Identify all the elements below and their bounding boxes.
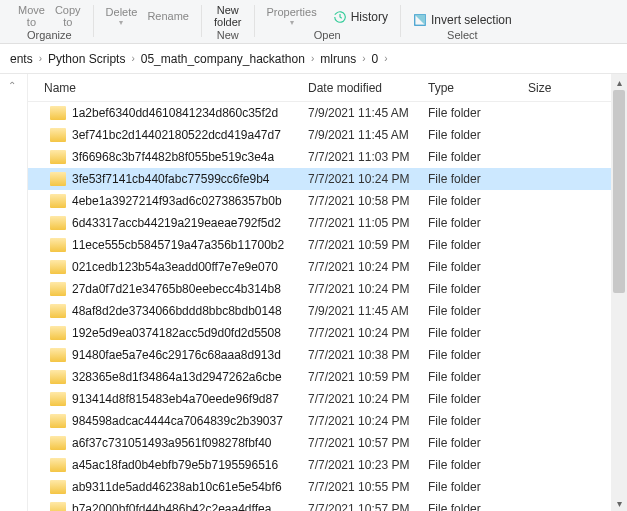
file-name: 91480fae5a7e46c29176c68aaa8d913d: [72, 348, 281, 362]
file-type: File folder: [428, 128, 528, 142]
file-type: File folder: [428, 150, 528, 164]
file-type: File folder: [428, 194, 528, 208]
file-name: 1a2bef6340dd4610841234d860c35f2d: [72, 106, 278, 120]
breadcrumb-item[interactable]: ents: [6, 52, 37, 66]
file-date: 7/7/2021 10:57 PM: [308, 436, 428, 450]
ribbon-move-to[interactable]: Move to: [18, 4, 45, 28]
label: to: [63, 16, 72, 28]
chevron-right-icon[interactable]: ›: [360, 53, 367, 64]
ribbon-history[interactable]: History: [333, 10, 388, 24]
label: History: [351, 10, 388, 24]
file-type: File folder: [428, 304, 528, 318]
ribbon-group-open: Open: [314, 29, 341, 41]
label: New: [217, 4, 239, 16]
ribbon-delete[interactable]: Delete ▾: [106, 6, 138, 27]
table-row[interactable]: 192e5d9ea0374182acc5d9d0fd2d55087/7/2021…: [28, 322, 627, 344]
folder-icon: [50, 370, 66, 384]
table-row[interactable]: 1a2bef6340dd4610841234d860c35f2d7/9/2021…: [28, 102, 627, 124]
folder-icon: [50, 128, 66, 142]
file-name: 3ef741bc2d14402180522dcd419a47d7: [72, 128, 281, 142]
breadcrumb-item[interactable]: 05_math_company_hackathon: [137, 52, 309, 66]
file-date: 7/7/2021 11:03 PM: [308, 150, 428, 164]
nav-pane: ⌃: [0, 74, 28, 511]
file-date: 7/7/2021 10:24 PM: [308, 414, 428, 428]
file-date: 7/7/2021 10:24 PM: [308, 392, 428, 406]
table-row[interactable]: 3ef741bc2d14402180522dcd419a47d77/9/2021…: [28, 124, 627, 146]
file-name: a6f37c731051493a9561f098278fbf40: [72, 436, 272, 450]
scroll-down-icon[interactable]: ▾: [611, 495, 627, 511]
table-row[interactable]: a45ac18fad0b4ebfb79e5b71955965167/7/2021…: [28, 454, 627, 476]
table-row[interactable]: 11ece555cb5845719a47a356b11700b27/7/2021…: [28, 234, 627, 256]
folder-icon: [50, 150, 66, 164]
folder-icon: [50, 480, 66, 494]
chevron-down-icon: ▾: [290, 18, 294, 27]
chevron-right-icon[interactable]: ›: [129, 53, 136, 64]
folder-icon: [50, 348, 66, 362]
folder-icon: [50, 260, 66, 274]
table-row[interactable]: 984598adcac4444ca7064839c2b390377/7/2021…: [28, 410, 627, 432]
table-row[interactable]: 3fe53f7141cb440fabc77599cc6fe9b47/7/2021…: [28, 168, 627, 190]
file-date: 7/7/2021 10:58 PM: [308, 194, 428, 208]
file-type: File folder: [428, 282, 528, 296]
file-name: 913414d8f815483eb4a70eede96f9d87: [72, 392, 279, 406]
invert-selection-icon: [413, 13, 427, 27]
table-row[interactable]: 6d43317accb44219a219eaeae792f5d27/7/2021…: [28, 212, 627, 234]
ribbon-new-folder[interactable]: New folder: [214, 4, 242, 28]
ribbon-properties[interactable]: Properties ▾: [267, 6, 317, 27]
column-date[interactable]: Date modified: [308, 81, 428, 95]
file-date: 7/7/2021 10:24 PM: [308, 260, 428, 274]
file-type: File folder: [428, 260, 528, 274]
chevron-right-icon[interactable]: ›: [309, 53, 316, 64]
file-list: Name Date modified Type Size 1a2bef6340d…: [28, 74, 627, 511]
file-name: 192e5d9ea0374182acc5d9d0fd2d5508: [72, 326, 281, 340]
column-headers: Name Date modified Type Size: [28, 74, 627, 102]
folder-icon: [50, 304, 66, 318]
vertical-scrollbar[interactable]: ▴ ▾: [611, 74, 627, 511]
table-row[interactable]: 3f66968c3b7f4482b8f055be519c3e4a7/7/2021…: [28, 146, 627, 168]
folder-icon: [50, 414, 66, 428]
file-name: 328365e8d1f34864a13d2947262a6cbe: [72, 370, 282, 384]
scroll-up-icon[interactable]: ▴: [611, 74, 627, 90]
table-row[interactable]: 328365e8d1f34864a13d2947262a6cbe7/7/2021…: [28, 366, 627, 388]
column-type[interactable]: Type: [428, 81, 528, 95]
table-row[interactable]: 4ebe1a3927214f93ad6c027386357b0b7/7/2021…: [28, 190, 627, 212]
label: Rename: [147, 10, 189, 22]
file-type: File folder: [428, 392, 528, 406]
column-name[interactable]: Name: [28, 81, 308, 95]
ribbon-invert-selection[interactable]: Invert selection: [413, 13, 512, 27]
table-row[interactable]: b7a2000bf0fd44b486b42c2eaa4dffea7/7/2021…: [28, 498, 627, 511]
ribbon-copy-to[interactable]: Copy to: [55, 4, 81, 28]
label: Properties: [267, 6, 317, 18]
breadcrumb[interactable]: ents›Python Scripts›05_math_company_hack…: [0, 44, 627, 74]
folder-icon: [50, 392, 66, 406]
table-row[interactable]: 913414d8f815483eb4a70eede96f9d877/7/2021…: [28, 388, 627, 410]
ribbon-group-organize: Organize: [27, 29, 72, 41]
file-name: a45ac18fad0b4ebfb79e5b7195596516: [72, 458, 278, 472]
breadcrumb-item[interactable]: Python Scripts: [44, 52, 129, 66]
table-row[interactable]: 48af8d2de3734066bddd8bbc8bdb01487/9/2021…: [28, 300, 627, 322]
chevron-right-icon[interactable]: ›: [382, 53, 389, 64]
label: Copy: [55, 4, 81, 16]
table-row[interactable]: 91480fae5a7e46c29176c68aaa8d913d7/7/2021…: [28, 344, 627, 366]
file-date: 7/7/2021 10:24 PM: [308, 172, 428, 186]
table-row[interactable]: a6f37c731051493a9561f098278fbf407/7/2021…: [28, 432, 627, 454]
scroll-thumb[interactable]: [613, 90, 625, 293]
breadcrumb-item[interactable]: 0: [368, 52, 383, 66]
label: Delete: [106, 6, 138, 18]
breadcrumb-item[interactable]: mlruns: [316, 52, 360, 66]
folder-icon: [50, 436, 66, 450]
folder-icon: [50, 194, 66, 208]
table-row[interactable]: 021cedb123b54a3eadd00ff7e7e9e0707/7/2021…: [28, 256, 627, 278]
expand-icon[interactable]: ⌃: [0, 74, 27, 97]
table-row[interactable]: 27da0f7d21e34765b80eebecc4b314b87/7/2021…: [28, 278, 627, 300]
file-date: 7/7/2021 10:24 PM: [308, 326, 428, 340]
scroll-track[interactable]: [611, 90, 627, 495]
file-type: File folder: [428, 414, 528, 428]
file-type: File folder: [428, 106, 528, 120]
file-name: 4ebe1a3927214f93ad6c027386357b0b: [72, 194, 282, 208]
file-date: 7/9/2021 11:45 AM: [308, 128, 428, 142]
ribbon-rename[interactable]: Rename: [147, 10, 189, 22]
table-row[interactable]: ab9311de5add46238ab10c61e5e54bf67/7/2021…: [28, 476, 627, 498]
chevron-right-icon[interactable]: ›: [37, 53, 44, 64]
folder-icon: [50, 282, 66, 296]
